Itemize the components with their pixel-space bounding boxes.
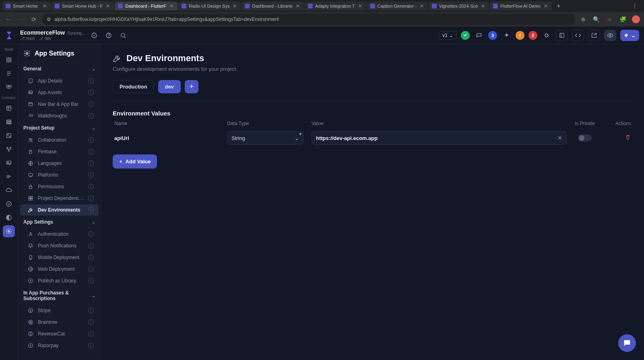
site-info-icon[interactable]: ⚙ xyxy=(47,16,51,22)
sidebar-item-walkthroughs[interactable]: Walkthroughs i xyxy=(20,110,99,121)
sidebar-group-header[interactable]: App Settings⌄ xyxy=(18,216,101,228)
warning-badge-icon[interactable]: ! xyxy=(516,31,524,40)
close-icon[interactable]: ✕ xyxy=(42,3,47,9)
bookmark-icon[interactable]: ☆ xyxy=(605,15,614,23)
canvas-settings-icon[interactable] xyxy=(556,30,568,41)
bug-icon[interactable] xyxy=(541,30,552,41)
rail-firestore-icon[interactable] xyxy=(3,102,15,114)
sidebar-item-platforms[interactable]: Platforms i xyxy=(20,169,99,181)
rail-page-tree-icon[interactable] xyxy=(3,68,15,80)
value-type-select[interactable]: String ⌄ xyxy=(227,131,303,145)
sidebar-item-razorpay[interactable]: Razorpay i xyxy=(20,340,99,351)
browser-tab[interactable]: Dashboard - Librarie ✕ xyxy=(242,2,303,10)
sidebar-group-header[interactable]: General⌄ xyxy=(18,63,101,75)
rail-storyboard-icon[interactable] xyxy=(3,81,15,93)
sidebar-item-stripe[interactable]: Stripe i xyxy=(20,305,99,316)
chrome-menu-icon[interactable]: ⋮ xyxy=(628,3,642,9)
sidebar-item-push-notifications[interactable]: Push Notifications i xyxy=(20,240,99,251)
sidebar-item-web-deployment[interactable]: Web Deployment i xyxy=(20,263,99,275)
sidebar-item-publish-as-library[interactable]: Publish as Library i xyxy=(20,275,99,286)
browser-tab[interactable]: FlutterFlow AI Demo ✕ xyxy=(490,2,552,10)
env-tab-dev[interactable]: dev xyxy=(158,80,181,93)
sidebar-item-languages[interactable]: Languages i xyxy=(20,158,99,169)
zoom-icon[interactable]: 🔍 xyxy=(591,15,601,23)
rail-datatypes-icon[interactable] xyxy=(3,116,15,128)
sidebar-item-app-assets[interactable]: App Assets i xyxy=(20,87,99,98)
env-tab-production[interactable]: Production xyxy=(113,80,154,93)
preview-icon[interactable] xyxy=(604,30,616,41)
clear-icon[interactable]: ✕ xyxy=(557,135,562,141)
close-icon[interactable]: ✕ xyxy=(105,3,111,9)
info-icon[interactable]: i xyxy=(88,195,94,201)
value-input[interactable] xyxy=(316,135,554,141)
info-icon[interactable]: i xyxy=(88,266,94,272)
sidebar-item-braintree[interactable]: Braintree i xyxy=(20,317,99,328)
ai-edit-icon[interactable] xyxy=(89,30,99,41)
branch-main-label[interactable]: ⎇ main xyxy=(20,36,35,41)
rail-customcode-icon[interactable] xyxy=(3,171,15,183)
info-icon[interactable]: i xyxy=(88,78,94,84)
rail-settings-icon[interactable] xyxy=(3,225,15,237)
info-icon[interactable]: i xyxy=(88,308,94,313)
sidebar-item-mobile-deployment[interactable]: Mobile Deployment i xyxy=(20,252,99,263)
version-selector[interactable]: v1 ⌄ xyxy=(439,31,457,40)
status-check-icon[interactable]: ✓ xyxy=(461,31,470,40)
info-icon[interactable]: i xyxy=(88,231,94,237)
info-icon[interactable]: i xyxy=(88,243,94,249)
info-icon[interactable]: i xyxy=(88,319,94,325)
info-icon[interactable]: i xyxy=(88,160,94,166)
close-icon[interactable]: ✕ xyxy=(357,3,363,9)
flutterflow-logo-icon[interactable] xyxy=(5,30,16,41)
info-icon[interactable]: i xyxy=(88,343,94,348)
close-icon[interactable]: ✕ xyxy=(543,3,549,9)
sidebar-item-revenuecat[interactable]: RevenueCat i xyxy=(20,328,99,339)
add-value-button[interactable]: + Add Value xyxy=(113,154,157,169)
branch-dev-label[interactable]: ⎇ dev xyxy=(39,36,51,41)
sidebar-item-collaboration[interactable]: Collaboration i xyxy=(20,134,99,146)
info-icon[interactable]: i xyxy=(88,113,94,119)
info-icon[interactable]: i xyxy=(88,172,94,178)
info-icon[interactable]: i xyxy=(88,149,94,154)
rail-widget-tree-icon[interactable] xyxy=(3,54,15,66)
help-icon[interactable] xyxy=(103,30,114,41)
info-icon[interactable]: i xyxy=(88,90,94,95)
sidebar-item-permissions[interactable]: Permissions i xyxy=(20,181,99,192)
browser-tab[interactable]: Vignettes-2024-Sce ✕ xyxy=(429,2,489,10)
rail-cloudfunc-icon[interactable] xyxy=(3,184,15,196)
info-icon[interactable]: i xyxy=(88,255,94,260)
sidebar-item-project-dependencies[interactable]: Project Dependencies i xyxy=(20,193,99,204)
error-badge[interactable]: 2 xyxy=(528,31,537,40)
reload-icon[interactable]: ⟳ xyxy=(30,14,38,24)
info-icon[interactable]: i xyxy=(88,207,94,213)
info-icon[interactable]: i xyxy=(88,184,94,189)
url-bar[interactable]: ⚙ alpha.flutterflow.io/project/HHG0XaYHj… xyxy=(42,14,575,25)
browser-tab[interactable]: Smart Home Hub - F ✕ xyxy=(52,2,114,10)
browser-tab[interactable]: Radix-UI Design Sys ✕ xyxy=(178,2,241,10)
chat-bubble-button[interactable] xyxy=(618,334,636,352)
sidebar-group-header[interactable]: Project Setup⌄ xyxy=(18,122,101,134)
info-icon[interactable]: i xyxy=(88,101,94,107)
add-environment-button[interactable]: + xyxy=(185,80,198,93)
new-tab-button[interactable]: + xyxy=(553,2,564,10)
notifications-badge[interactable]: 3 xyxy=(488,31,497,40)
close-icon[interactable]: ✕ xyxy=(480,3,486,9)
sidebar-item-authentication[interactable]: Authentication i xyxy=(20,228,99,240)
share-icon[interactable] xyxy=(588,30,600,41)
sidebar-item-dev-environments[interactable]: Dev Environments i xyxy=(20,204,99,216)
sidebar-item-nav-bar-app-bar[interactable]: Nav Bar & App Bar i xyxy=(20,99,99,110)
close-icon[interactable]: ✕ xyxy=(295,3,301,9)
comments-icon[interactable] xyxy=(474,30,484,41)
search-icon[interactable] xyxy=(118,30,128,41)
browser-tab[interactable]: Dashboard - FlutterF ✕ xyxy=(115,2,177,10)
back-icon[interactable]: ← xyxy=(4,14,13,24)
sidebar-group-header[interactable]: In App Purchases & Subscriptions⌄ xyxy=(18,287,101,304)
browser-tab[interactable]: Caption Generator - ✕ xyxy=(367,2,428,10)
forward-icon[interactable]: → xyxy=(17,14,26,24)
browser-tab[interactable]: Smart Home ✕ xyxy=(2,2,51,10)
install-icon[interactable]: ⊕ xyxy=(579,15,587,23)
run-button[interactable]: ⌄ xyxy=(620,30,639,41)
close-icon[interactable]: ✕ xyxy=(419,3,425,9)
close-icon[interactable]: ✕ xyxy=(232,3,237,9)
profile-avatar[interactable] xyxy=(632,15,640,23)
close-icon[interactable]: ✕ xyxy=(169,3,174,9)
